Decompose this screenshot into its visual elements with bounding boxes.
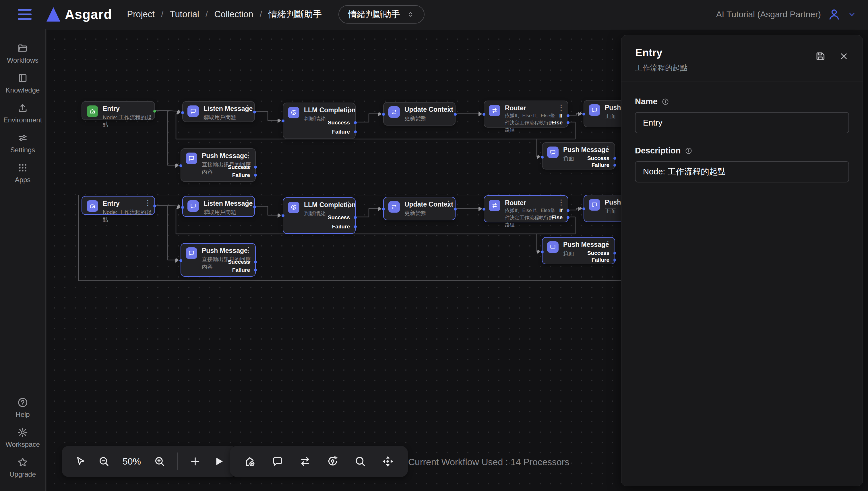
name-input[interactable] — [635, 112, 849, 133]
port-failure[interactable] — [613, 164, 616, 167]
node-title: Push Message — [202, 247, 248, 255]
node-router[interactable]: Router 依據If、Else If、Else條件決定工作流程執行的路徑⋮ I… — [484, 100, 568, 127]
kebab-menu-icon[interactable]: ⋮ — [245, 246, 252, 254]
port-failure[interactable] — [254, 269, 257, 271]
output-port[interactable] — [253, 205, 256, 208]
input-port[interactable] — [282, 214, 284, 217]
input-port[interactable] — [483, 208, 485, 210]
port-failure[interactable] — [254, 174, 257, 177]
port-label-else: Else — [551, 119, 563, 126]
input-arrow-icon — [378, 207, 381, 211]
sidebar-item-apps[interactable]: Apps — [0, 162, 45, 184]
port-success[interactable] — [254, 166, 257, 169]
port-success[interactable] — [613, 252, 616, 255]
port-success[interactable] — [613, 157, 616, 160]
kebab-menu-icon[interactable]: ⋮ — [604, 240, 612, 248]
breadcrumb-item[interactable]: Tutorial — [170, 9, 199, 20]
kebab-menu-icon[interactable]: ⋮ — [604, 145, 612, 153]
breadcrumb-item[interactable]: Collection — [214, 9, 253, 20]
input-port[interactable] — [179, 259, 182, 262]
node-entry[interactable]: Entry Node: 工作流程的起點 — [82, 101, 155, 120]
close-icon[interactable] — [839, 52, 849, 61]
user-avatar-icon[interactable] — [827, 7, 841, 21]
hamburger-menu-icon[interactable] — [18, 9, 32, 20]
add-ai-button[interactable] — [327, 455, 339, 468]
node-update[interactable]: Update Context 更新變數⋮ — [383, 197, 456, 220]
add-swap-button[interactable] — [299, 455, 311, 468]
output-port[interactable] — [454, 113, 457, 116]
port-failure[interactable] — [354, 225, 357, 228]
kebab-menu-icon[interactable]: ⋮ — [244, 104, 251, 112]
add-button[interactable] — [189, 455, 201, 467]
sidebar-item-label: Apps — [15, 176, 31, 184]
kebab-menu-icon[interactable]: ⋮ — [244, 199, 251, 207]
port-else[interactable] — [567, 121, 569, 124]
breadcrumb-item[interactable]: Project — [127, 9, 154, 20]
node-listen[interactable]: Listen Message 聽取用戶問題⋮ — [182, 196, 255, 217]
add-message-button[interactable] — [271, 455, 284, 468]
sidebar-item-upgrade[interactable]: Upgrade — [0, 457, 45, 479]
port-if[interactable] — [567, 209, 569, 212]
sidebar-item-workflows[interactable]: Workflows — [0, 42, 45, 64]
node-entry[interactable]: Entry Node: 工作流程的起點⋮ — [82, 196, 155, 215]
input-port[interactable] — [282, 119, 284, 122]
port-success[interactable] — [354, 216, 357, 219]
port-failure[interactable] — [613, 259, 616, 261]
output-port[interactable] — [253, 111, 256, 114]
sidebar-item-help[interactable]: Help — [0, 397, 45, 418]
input-port[interactable] — [181, 206, 184, 209]
output-port[interactable] — [153, 110, 156, 113]
sidebar-item-workspace[interactable]: Workspace — [0, 427, 45, 449]
save-icon[interactable] — [815, 51, 826, 62]
node-push-reply[interactable]: Push Message 直接輸出訊息的回應內容⋮ Success Failur… — [181, 243, 256, 277]
node-push-negative[interactable]: Push Message 負面⋮ Success Failure — [542, 142, 615, 170]
breadcrumb-item[interactable]: 情緒判斷助手 — [268, 8, 322, 20]
kebab-menu-icon[interactable]: ⋮ — [245, 151, 252, 159]
chevron-down-icon[interactable] — [847, 10, 857, 19]
run-workflow-button[interactable] — [213, 455, 225, 467]
search-button[interactable] — [354, 455, 367, 468]
node-update[interactable]: Update Context 更新變數⋮ — [383, 102, 456, 125]
node-push-negative[interactable]: Push Message 負面⋮ Success Failure — [542, 237, 615, 264]
kebab-menu-icon[interactable]: ⋮ — [445, 105, 452, 113]
workflow-selector[interactable]: 情緒判斷助手 — [338, 5, 425, 24]
input-port[interactable] — [382, 113, 385, 116]
port-success[interactable] — [254, 261, 257, 263]
arrange-button[interactable] — [381, 455, 394, 468]
port-success[interactable] — [354, 121, 357, 124]
port-else[interactable] — [567, 216, 569, 219]
kebab-menu-icon[interactable]: ⋮ — [557, 198, 565, 206]
sidebar-item-environment[interactable]: Environment — [0, 102, 45, 124]
kebab-menu-icon[interactable]: ⋮ — [345, 200, 352, 208]
port-if[interactable] — [567, 114, 569, 117]
processor-usage-status: Current Workflow Used : 14 Processors — [408, 457, 569, 467]
description-input[interactable] — [635, 161, 849, 182]
input-port[interactable] — [541, 251, 544, 253]
node-router[interactable]: Router 依據If、Else If、Else條件決定工作流程執行的路徑⋮ I… — [484, 195, 568, 222]
kebab-menu-icon[interactable]: ⋮ — [144, 199, 152, 207]
node-llm[interactable]: LLM Completion 判斷情緒⋮ Success Failure — [283, 103, 355, 139]
output-port[interactable] — [153, 205, 156, 207]
input-port[interactable] — [582, 207, 585, 210]
port-failure[interactable] — [354, 131, 357, 133]
add-entry-button[interactable] — [244, 455, 256, 468]
logo[interactable]: Asgard — [46, 7, 112, 22]
kebab-menu-icon[interactable]: ⋮ — [557, 104, 565, 112]
input-port[interactable] — [483, 113, 485, 116]
node-llm[interactable]: LLM Completion 判斷情緒⋮ Success Failure — [283, 197, 355, 234]
kebab-menu-icon[interactable]: ⋮ — [445, 200, 452, 208]
input-port[interactable] — [582, 113, 585, 115]
node-push-reply[interactable]: Push Message 直接輸出訊息的回應內容⋮ Success Failur… — [181, 148, 256, 182]
zoom-in-button[interactable] — [154, 455, 166, 467]
cursor-tool-button[interactable] — [74, 455, 86, 467]
input-port[interactable] — [382, 208, 385, 210]
sidebar-item-settings[interactable]: Settings — [0, 132, 45, 154]
sidebar-item-knowledge[interactable]: Knowledge — [0, 73, 45, 94]
input-port[interactable] — [541, 156, 544, 158]
output-port[interactable] — [454, 208, 457, 210]
zoom-out-button[interactable] — [98, 455, 110, 467]
node-listen[interactable]: Listen Message 聽取用戶問題⋮ — [182, 101, 255, 122]
kebab-menu-icon[interactable]: ⋮ — [345, 106, 352, 114]
input-port[interactable] — [179, 164, 182, 167]
input-port[interactable] — [181, 111, 184, 114]
